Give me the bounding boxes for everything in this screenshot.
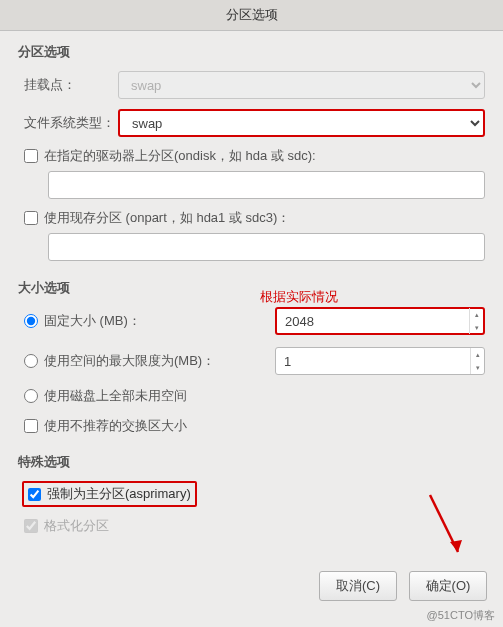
asprimary-checkbox[interactable]	[28, 488, 41, 501]
spin-up-icon: ▴	[471, 348, 484, 361]
partition-section-title: 分区选项	[18, 43, 485, 61]
size-section: 大小选项 固定大小 (MB)： ▴ ▾ 使用空间的最大限度为(MB)：	[18, 279, 485, 435]
ondisk-label: 在指定的驱动器上分区(ondisk，如 hda 或 sdc):	[44, 147, 316, 165]
fill-size-label: 使用磁盘上全部未用空间	[44, 387, 187, 405]
watermark: @51CTO博客	[427, 608, 495, 623]
onpart-label: 使用现存分区 (onpart，如 hda1 或 sdc3)：	[44, 209, 290, 227]
onpart-checkbox[interactable]	[24, 211, 38, 225]
mount-point-label: 挂载点：	[18, 76, 118, 94]
fixed-size-input-wrap: ▴ ▾	[275, 307, 485, 335]
fs-type-select[interactable]: swap	[118, 109, 485, 137]
cancel-button[interactable]: 取消(C)	[319, 571, 397, 601]
format-label: 格式化分区	[44, 517, 109, 535]
annotation-text: 根据实际情况	[260, 288, 338, 306]
window-title: 分区选项	[0, 0, 503, 31]
grow-size-radio[interactable]	[24, 354, 38, 368]
size-section-title: 大小选项	[18, 279, 485, 297]
ondisk-checkbox[interactable]	[24, 149, 38, 163]
grow-size-label: 使用空间的最大限度为(MB)：	[44, 352, 215, 370]
onpart-input[interactable]	[48, 233, 485, 261]
special-section: 特殊选项 强制为主分区(asprimary) 格式化分区	[18, 453, 485, 535]
spin-up-icon[interactable]: ▴	[470, 308, 483, 321]
ok-button[interactable]: 确定(O)	[409, 571, 487, 601]
recommended-checkbox[interactable]	[24, 419, 38, 433]
format-checkbox	[24, 519, 38, 533]
asprimary-highlight: 强制为主分区(asprimary)	[22, 481, 197, 507]
spin-down-icon[interactable]: ▾	[470, 321, 483, 334]
ondisk-input[interactable]	[48, 171, 485, 199]
grow-size-input	[276, 348, 470, 374]
spin-down-icon: ▾	[471, 361, 484, 374]
fill-size-radio[interactable]	[24, 389, 38, 403]
fs-type-label: 文件系统类型：	[18, 114, 118, 132]
fixed-size-input[interactable]	[277, 308, 469, 334]
mount-point-select: swap	[118, 71, 485, 99]
fixed-size-label: 固定大小 (MB)：	[44, 312, 141, 330]
asprimary-label: 强制为主分区(asprimary)	[47, 485, 191, 503]
special-section-title: 特殊选项	[18, 453, 485, 471]
grow-size-input-wrap: ▴ ▾	[275, 347, 485, 375]
fixed-size-radio[interactable]	[24, 314, 38, 328]
partition-section: 分区选项 挂载点： swap 文件系统类型： swap	[18, 43, 485, 261]
recommended-label: 使用不推荐的交换区大小	[44, 417, 187, 435]
